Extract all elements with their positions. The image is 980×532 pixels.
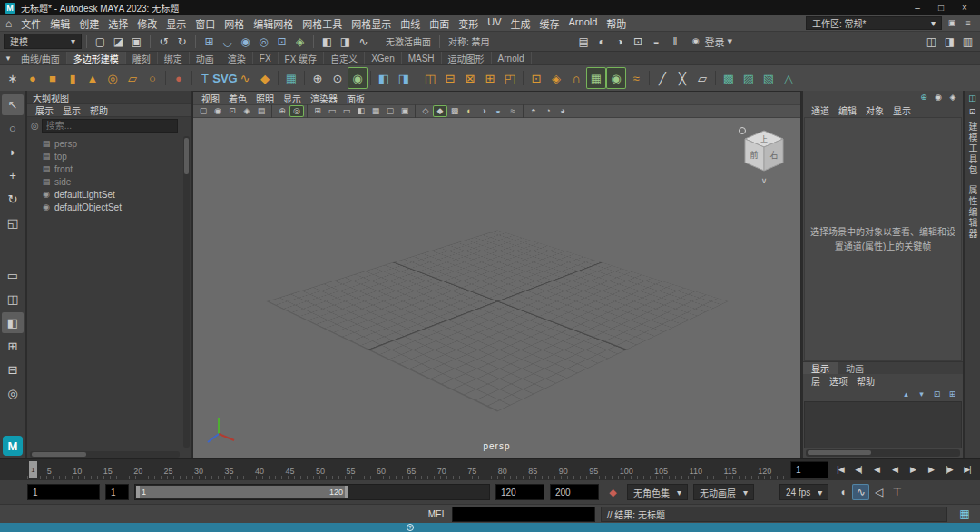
viewcube-menu-icon[interactable]: ∨	[761, 176, 768, 185]
menu-item[interactable]: UV	[483, 16, 505, 31]
scrollbar-thumb[interactable]	[184, 138, 189, 174]
select-camera-icon[interactable]: ▢	[196, 105, 211, 117]
layer-editor-menu-item[interactable]: 选项	[825, 374, 852, 388]
textured-icon[interactable]: ▩	[447, 105, 462, 117]
layout-two-pane-icon[interactable]: ◫	[2, 289, 24, 310]
bookmarks-icon[interactable]: ◈	[240, 105, 254, 117]
output-operations-icon[interactable]: ◨	[337, 34, 354, 50]
shelf-tab[interactable]: 渲染	[221, 52, 253, 64]
layer-move-down-icon[interactable]: ▾	[915, 389, 928, 400]
resolution-gate-icon[interactable]: ▭	[339, 105, 354, 117]
smooth-icon[interactable]: ◉	[606, 67, 626, 89]
outliner-menu-item[interactable]: 展示	[31, 103, 58, 117]
outliner-hscrollbar[interactable]	[30, 451, 180, 458]
menu-item[interactable]: 变形	[454, 16, 483, 31]
menu-item[interactable]: 网格工具	[298, 16, 347, 31]
shadows-icon[interactable]: ◑	[476, 105, 491, 117]
symmetry-selector[interactable]: 对称: 禁用	[445, 34, 494, 48]
lights-icon[interactable]: ◐	[462, 105, 476, 117]
view-cube[interactable]: 上 前 右 ∨	[737, 125, 789, 189]
snap-to-point-icon[interactable]: ◉	[237, 34, 254, 50]
step-back-frame-button[interactable]: ◀	[867, 462, 886, 478]
layer-hscrollbar[interactable]	[806, 449, 960, 457]
channel-manipulator-icon[interactable]: ⊕	[917, 92, 930, 103]
paint-select-tool-icon[interactable]: ◗	[2, 142, 24, 163]
grid-icon[interactable]: ⊞	[310, 105, 325, 117]
retopologize-icon[interactable]: ▨	[739, 67, 759, 89]
viewcube-home-icon[interactable]	[740, 128, 746, 134]
current-time-field[interactable]: 1	[790, 461, 828, 478]
gate-mask-icon[interactable]: ◧	[354, 105, 368, 117]
anti-aliasing-icon[interactable]: ≈	[505, 105, 520, 117]
step-back-key-button[interactable]: ◀|	[849, 462, 867, 478]
shelf-tab[interactable]: Arnold	[492, 52, 532, 64]
go-to-start-button[interactable]: |◀	[831, 462, 849, 478]
menu-item[interactable]: 网格	[220, 16, 249, 31]
shelf-selector-icon[interactable]: ▾	[2, 50, 15, 66]
animation-end-field[interactable]: 200	[550, 484, 599, 500]
poly-cone-icon[interactable]: ▲	[83, 67, 103, 89]
snap-to-view-plane-icon[interactable]: ⊡	[273, 34, 290, 50]
save-scene-icon[interactable]: ▣	[128, 34, 145, 50]
combine-icon[interactable]: ⊞	[480, 67, 500, 89]
anim-layer-dropdown[interactable]: 无动画层 ▾	[693, 484, 754, 500]
shaded-icon[interactable]: ◆	[433, 105, 447, 117]
help-icon[interactable]: ?	[407, 524, 414, 531]
shelf-tab[interactable]: 动画	[190, 52, 221, 64]
sidebar-tab[interactable]: 建模工具包	[965, 122, 979, 176]
channel-box-menu-item[interactable]: 对象	[861, 103, 888, 117]
login-button[interactable]: ◉ 登录 ▾	[686, 34, 737, 50]
menu-item[interactable]: 创建	[74, 16, 103, 31]
menu-item[interactable]: 生成	[506, 16, 535, 31]
render-settings-icon[interactable]: ⊡	[630, 34, 647, 50]
minimize-button[interactable]: –	[906, 1, 928, 15]
layer-editor-menu-item[interactable]: 层	[807, 374, 825, 388]
xray-icon[interactable]: ◕	[555, 105, 570, 117]
shelf-tab[interactable]: 多边形建模	[67, 52, 126, 64]
poly-sphere-icon[interactable]: ●	[23, 67, 43, 89]
rotate-tool-icon[interactable]: ↻	[2, 189, 24, 210]
shelf-tab[interactable]: 自定义	[324, 52, 365, 64]
component-editor-icon[interactable]: ▦	[281, 67, 301, 89]
range-slider[interactable]: 1 120	[134, 484, 490, 500]
toggle-channel-box-icon[interactable]: ▥	[959, 34, 976, 50]
scrollbar-thumb[interactable]	[32, 452, 86, 457]
outliner-item[interactable]: ▤ front	[27, 163, 191, 175]
exposure-icon[interactable]: ◓	[526, 105, 541, 117]
viewport-menu-item[interactable]: 面板	[342, 92, 369, 105]
menu-item[interactable]: 曲面	[425, 16, 454, 31]
layer-editor-menu-item[interactable]: 帮助	[852, 374, 879, 388]
play-backwards-button[interactable]: ◀	[886, 462, 904, 478]
command-input[interactable]	[452, 507, 595, 522]
select-tool-icon[interactable]: ↖	[2, 94, 24, 115]
2d-pan-zoom-icon[interactable]: ⊕	[275, 105, 289, 117]
make-live-icon[interactable]: ◈	[291, 34, 309, 50]
shelf-tab[interactable]: 雕刻	[126, 52, 158, 64]
ao-icon[interactable]: ◒	[491, 105, 505, 117]
remesh-icon[interactable]: ▩	[719, 67, 739, 89]
poly-cube-icon[interactable]: ■	[43, 67, 63, 89]
ipr-render-icon[interactable]: ◑	[612, 34, 629, 50]
zero-transforms-icon[interactable]: ⊙	[328, 67, 348, 89]
menu-item[interactable]: 编辑网格	[249, 16, 298, 31]
channel-speed-icon[interactable]: ◉	[932, 92, 945, 103]
input-operations-icon[interactable]: ◧	[318, 34, 336, 50]
boolean-intersection-icon[interactable]: ⊠	[460, 67, 480, 89]
shelf-tab[interactable]: MASH	[402, 52, 442, 64]
animation-preferences-icon[interactable]: ⊤	[888, 484, 906, 500]
image-plane-icon[interactable]: ▤	[254, 105, 269, 117]
menu-item[interactable]: 曲线	[396, 16, 425, 31]
safe-title-icon[interactable]: ▣	[397, 105, 412, 117]
quad-draw-icon[interactable]: ▱	[692, 67, 712, 89]
go-to-end-button[interactable]: ▶|	[958, 462, 976, 478]
separate-icon[interactable]: ◰	[500, 67, 520, 89]
layer-new-empty-icon[interactable]: ⊡	[930, 389, 944, 400]
boolean-union-icon[interactable]: ◫	[420, 67, 440, 89]
script-editor-icon[interactable]: ▦	[953, 506, 976, 522]
connect-tool-icon[interactable]: ╳	[672, 67, 692, 89]
menu-item[interactable]: 帮助	[602, 16, 631, 31]
gamma-icon[interactable]: ◔	[541, 105, 555, 117]
sidebar-tab[interactable]: 属性编辑器	[965, 185, 979, 240]
home-icon[interactable]: ⌂	[5, 17, 12, 30]
poly-plane-icon[interactable]: ▱	[122, 67, 142, 89]
